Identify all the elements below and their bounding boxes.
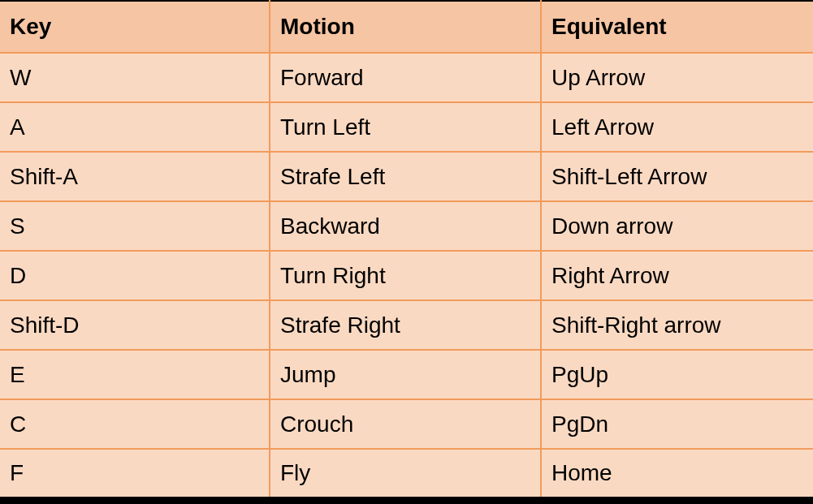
cell-motion: Backward xyxy=(270,201,541,251)
cell-motion: Strafe Right xyxy=(270,300,541,350)
table-row: Shift-A Strafe Left Shift-Left Arrow xyxy=(0,152,813,201)
cell-motion: Crouch xyxy=(270,399,541,449)
cell-equivalent: PgDn xyxy=(541,399,813,449)
table-row: D Turn Right Right Arrow xyxy=(0,251,813,300)
table-row: C Crouch PgDn xyxy=(0,399,813,449)
cell-equivalent: PgUp xyxy=(541,350,813,399)
cell-key: Shift-D xyxy=(0,300,270,350)
cell-key: Shift-A xyxy=(0,152,270,201)
cell-equivalent: Shift-Left Arrow xyxy=(541,152,813,201)
cell-equivalent: Home xyxy=(541,449,813,498)
cell-key: F xyxy=(0,449,270,498)
cell-equivalent: Up Arrow xyxy=(541,53,813,102)
cell-key: A xyxy=(0,102,270,152)
table-row: F Fly Home xyxy=(0,449,813,498)
cell-key: E xyxy=(0,350,270,399)
cell-key: W xyxy=(0,53,270,102)
keybindings-table: Key Motion Equivalent W Forward Up Arrow… xyxy=(0,0,813,501)
col-header-equivalent: Equivalent xyxy=(541,1,813,53)
cell-equivalent: Right Arrow xyxy=(541,251,813,300)
table-header-row: Key Motion Equivalent xyxy=(0,1,813,53)
cell-equivalent: Down arrow xyxy=(541,201,813,251)
cell-key: C xyxy=(0,399,270,449)
cell-motion: Strafe Left xyxy=(270,152,541,201)
col-header-motion: Motion xyxy=(270,1,541,53)
cell-key: S xyxy=(0,201,270,251)
table-row: Shift-D Strafe Right Shift-Right arrow xyxy=(0,300,813,350)
cell-equivalent: Shift-Right arrow xyxy=(541,300,813,350)
table-row: W Forward Up Arrow xyxy=(0,53,813,102)
cell-motion: Turn Left xyxy=(270,102,541,152)
cell-motion: Forward xyxy=(270,53,541,102)
cell-key: D xyxy=(0,251,270,300)
table-row: A Turn Left Left Arrow xyxy=(0,102,813,152)
cell-motion: Jump xyxy=(270,350,541,399)
cell-equivalent: Left Arrow xyxy=(541,102,813,152)
table-row: E Jump PgUp xyxy=(0,350,813,399)
col-header-key: Key xyxy=(0,1,270,53)
cell-motion: Fly xyxy=(270,449,541,498)
cell-motion: Turn Right xyxy=(270,251,541,300)
table-row: S Backward Down arrow xyxy=(0,201,813,251)
